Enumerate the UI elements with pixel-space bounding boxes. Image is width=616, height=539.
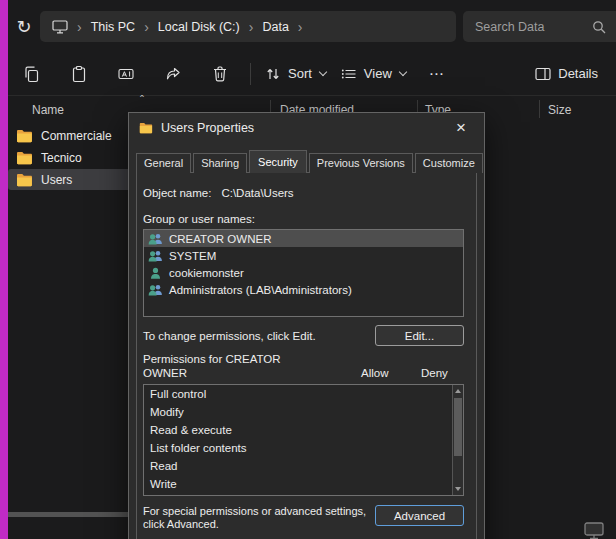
group-users-icon [148, 250, 163, 262]
breadcrumb-chevron-icon: › [144, 20, 149, 34]
advanced-hint-text: For special permissions or advanced sett… [143, 505, 366, 531]
breadcrumb-local-disk-c[interactable]: Local Disk (C:) [158, 20, 240, 34]
breadcrumb-data[interactable]: Data [262, 20, 288, 34]
tab-sharing[interactable]: Sharing [193, 153, 247, 173]
column-header-name[interactable]: Name [32, 103, 64, 117]
tab-previous-versions[interactable]: Previous Versions [309, 153, 413, 173]
toolbar-divider [250, 63, 251, 85]
folder-icon [16, 129, 33, 143]
permissions-for-label: Permissions for CREATOR OWNER [143, 353, 281, 379]
details-button[interactable]: Details [531, 56, 604, 92]
folder-icon [16, 151, 33, 165]
permission-name: Write [150, 478, 177, 490]
file-explorer-window: ↻ › This PC › Local Disk (C:) › Data › [0, 0, 616, 539]
share-icon [164, 65, 182, 83]
column-header-size[interactable]: Size [548, 103, 571, 117]
permissions-for-line1: Permissions for CREATOR [143, 353, 281, 365]
advanced-hint-line2: click Advanced. [143, 518, 219, 530]
object-name-value: C:\Data\Users [221, 187, 293, 199]
search-input[interactable] [473, 19, 586, 35]
scroll-down-icon[interactable] [455, 487, 461, 491]
more-ellipsis-icon: ⋯ [429, 65, 445, 83]
more-options-button[interactable]: ⋯ [417, 56, 457, 92]
view-icon [341, 67, 357, 81]
paste-icon [70, 65, 88, 83]
permission-row-write[interactable]: Write [144, 475, 463, 493]
permission-name: Read & execute [150, 424, 232, 436]
group-users-icon [148, 233, 163, 245]
refresh-button[interactable]: ↻ [10, 13, 38, 41]
display-corner-icon [584, 522, 604, 539]
file-name: Users [41, 173, 72, 187]
scroll-up-icon[interactable] [455, 389, 461, 393]
chevron-down-icon [319, 68, 327, 76]
allow-column-header: Allow [361, 366, 388, 380]
advanced-button[interactable]: Advanced [375, 505, 464, 526]
group-name: CREATOR OWNER [169, 233, 271, 245]
edit-button[interactable]: Edit... [375, 325, 464, 346]
group-name: Administrators (LAB\Administrators) [169, 284, 352, 296]
tab-customize[interactable]: Customize [415, 153, 483, 173]
permission-row-list-folder-contents[interactable]: List folder contents [144, 439, 463, 457]
security-tab-pane: Object name: C:\Data\Users Group or user… [136, 173, 477, 539]
close-button[interactable]: × [448, 116, 474, 140]
group-row-administrators[interactable]: Administrators (LAB\Administrators) [144, 281, 463, 298]
search-box[interactable] [463, 11, 616, 42]
folder-icon [139, 122, 153, 134]
rename-button[interactable] [106, 56, 146, 92]
details-label: Details [558, 66, 598, 81]
sort-button[interactable]: Sort [261, 56, 330, 92]
accent-stripe [0, 0, 8, 539]
details-pane-icon [535, 67, 551, 81]
permission-row-read[interactable]: Read [144, 457, 463, 475]
single-user-icon [148, 267, 163, 279]
scrollbar-thumb[interactable] [454, 398, 462, 456]
close-icon: × [456, 118, 466, 137]
search-icon [592, 20, 606, 34]
delete-button[interactable] [200, 56, 240, 92]
copy-button[interactable] [12, 56, 52, 92]
group-row-cookiemonster[interactable]: cookiemonster [144, 264, 463, 281]
object-name-label: Object name: [143, 187, 211, 199]
sort-ascending-icon[interactable]: ˆ [140, 94, 144, 108]
permission-row-read-execute[interactable]: Read & execute [144, 421, 463, 439]
group-name: SYSTEM [169, 250, 216, 262]
permissions-list: Full control Modify Read & execute List … [143, 384, 464, 496]
address-bar[interactable]: › This PC › Local Disk (C:) › Data › [40, 11, 456, 42]
group-row-system[interactable]: SYSTEM [144, 247, 463, 264]
permission-name: List folder contents [150, 442, 247, 454]
trash-icon [211, 65, 229, 83]
tab-general[interactable]: General [136, 153, 191, 173]
group-row-creator-owner[interactable]: CREATOR OWNER [144, 230, 463, 247]
advanced-hint-line1: For special permissions or advanced sett… [143, 505, 366, 517]
tab-security[interactable]: Security [249, 150, 307, 173]
view-button[interactable]: View [337, 56, 410, 92]
refresh-icon: ↻ [16, 17, 31, 37]
group-users-icon [148, 284, 163, 296]
horizontal-scrollbar[interactable] [2, 512, 133, 517]
column-divider[interactable] [539, 100, 540, 118]
folder-icon [16, 173, 33, 187]
breadcrumb-this-pc[interactable]: This PC [91, 20, 135, 34]
breadcrumb-chevron-icon: › [249, 20, 254, 34]
permission-row-full-control[interactable]: Full control [144, 385, 463, 403]
permission-name: Modify [150, 406, 184, 418]
vertical-scrollbar[interactable] [452, 385, 463, 495]
paste-button[interactable] [59, 56, 99, 92]
this-pc-icon [52, 20, 68, 34]
breadcrumb-chevron-icon: › [77, 20, 82, 34]
share-button[interactable] [153, 56, 193, 92]
deny-column-header: Deny [421, 366, 448, 380]
breadcrumb-chevron-icon: › [298, 20, 303, 34]
dialog-title-bar[interactable]: Users Properties × [129, 113, 484, 143]
group-user-names-label: Group or user names: [143, 213, 464, 225]
permission-row-modify[interactable]: Modify [144, 403, 463, 421]
users-properties-dialog: Users Properties × General Sharing Secur… [128, 112, 485, 539]
permission-name: Full control [150, 388, 206, 400]
edit-hint-text: To change permissions, click Edit. [143, 330, 316, 342]
address-row: ↻ › This PC › Local Disk (C:) › Data › [8, 0, 616, 52]
group-user-list: CREATOR OWNER SYSTEM [143, 229, 464, 317]
view-label: View [364, 66, 392, 81]
copy-icon [23, 65, 41, 83]
permission-name: Read [150, 460, 178, 472]
